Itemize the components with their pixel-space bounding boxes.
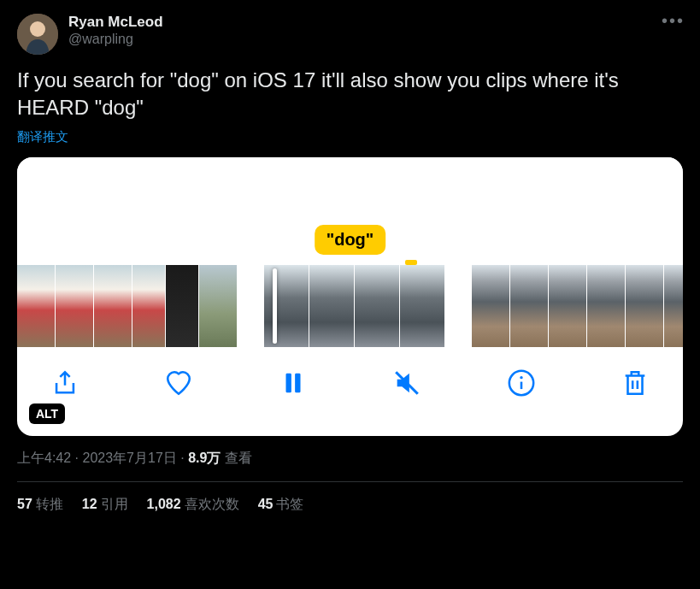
- media-preview-area: "dog": [17, 157, 683, 265]
- clip-thumbnail[interactable]: [549, 265, 586, 347]
- share-button[interactable]: [41, 359, 89, 407]
- media-toolbar: [17, 347, 683, 419]
- clip-group: [472, 265, 683, 347]
- likes-stat[interactable]: 1,082喜欢次数: [147, 496, 239, 514]
- tweet-container: Ryan McLeod @warpling ••• If you search …: [0, 0, 700, 514]
- clip-group: [264, 265, 444, 347]
- quotes-stat[interactable]: 12引用: [82, 496, 128, 514]
- info-icon: [507, 368, 536, 398]
- delete-button[interactable]: [611, 359, 659, 407]
- translate-link[interactable]: 翻译推文: [17, 129, 683, 145]
- clip-thumbnail[interactable]: [56, 265, 93, 347]
- display-name[interactable]: Ryan McLeod: [68, 14, 163, 31]
- user-handle[interactable]: @warpling: [68, 31, 163, 47]
- clip-thumbnail[interactable]: [17, 265, 55, 347]
- playhead-indicator[interactable]: [273, 268, 277, 344]
- clip-thumbnail[interactable]: [132, 265, 165, 347]
- user-info: Ryan McLeod @warpling: [68, 14, 163, 48]
- tweet-date[interactable]: 2023年7月17日: [82, 451, 176, 465]
- mute-button[interactable]: [383, 359, 431, 407]
- tweet-header: Ryan McLeod @warpling: [17, 14, 683, 55]
- tweet-meta: 上午4:42 · 2023年7月17日 · 8.9万 查看: [17, 450, 683, 468]
- bookmarks-stat[interactable]: 45书签: [258, 496, 304, 514]
- more-options-button[interactable]: •••: [662, 12, 685, 29]
- pause-button[interactable]: [269, 359, 317, 407]
- clip-thumbnail[interactable]: [264, 265, 309, 347]
- clip-thumbnail[interactable]: [309, 265, 354, 347]
- views-label: 查看: [225, 451, 252, 465]
- clip-thumbnail[interactable]: [587, 265, 625, 347]
- clip-thumbnail[interactable]: [166, 265, 198, 347]
- tweet-time[interactable]: 上午4:42: [17, 451, 71, 465]
- tweet-text: If you search for "dog" on iOS 17 it'll …: [17, 67, 683, 122]
- speaker-muted-icon: [392, 368, 421, 398]
- clip-thumbnail[interactable]: [510, 265, 548, 347]
- heart-icon: [164, 368, 193, 398]
- media-attachment[interactable]: "dog": [17, 157, 683, 436]
- svg-rect-2: [285, 373, 291, 392]
- retweets-stat[interactable]: 57转推: [17, 496, 63, 514]
- clip-thumbnail[interactable]: [626, 265, 663, 347]
- clip-thumbnail[interactable]: [400, 265, 444, 347]
- trash-icon: [621, 368, 650, 398]
- pause-icon: [279, 368, 308, 398]
- svg-point-1: [30, 21, 45, 37]
- avatar[interactable]: [17, 14, 58, 55]
- clip-thumbnail[interactable]: [664, 265, 683, 347]
- clip-thumbnail[interactable]: [94, 265, 132, 347]
- info-button[interactable]: [497, 359, 545, 407]
- avatar-image: [17, 14, 58, 55]
- clip-thumbnail[interactable]: [355, 265, 399, 347]
- clip-group: [17, 265, 237, 347]
- views-count[interactable]: 8.9万: [188, 451, 221, 465]
- svg-rect-3: [295, 373, 300, 392]
- alt-text-badge[interactable]: ALT: [29, 403, 65, 424]
- search-highlight-tag: "dog": [315, 225, 386, 255]
- share-icon: [50, 368, 79, 398]
- clip-thumbnail[interactable]: [199, 265, 237, 347]
- clip-thumbnail[interactable]: [472, 265, 509, 347]
- engagement-stats: 57转推 12引用 1,082喜欢次数 45书签: [17, 482, 683, 514]
- like-button[interactable]: [155, 359, 203, 407]
- video-filmstrip[interactable]: [17, 265, 683, 347]
- svg-point-7: [520, 376, 522, 379]
